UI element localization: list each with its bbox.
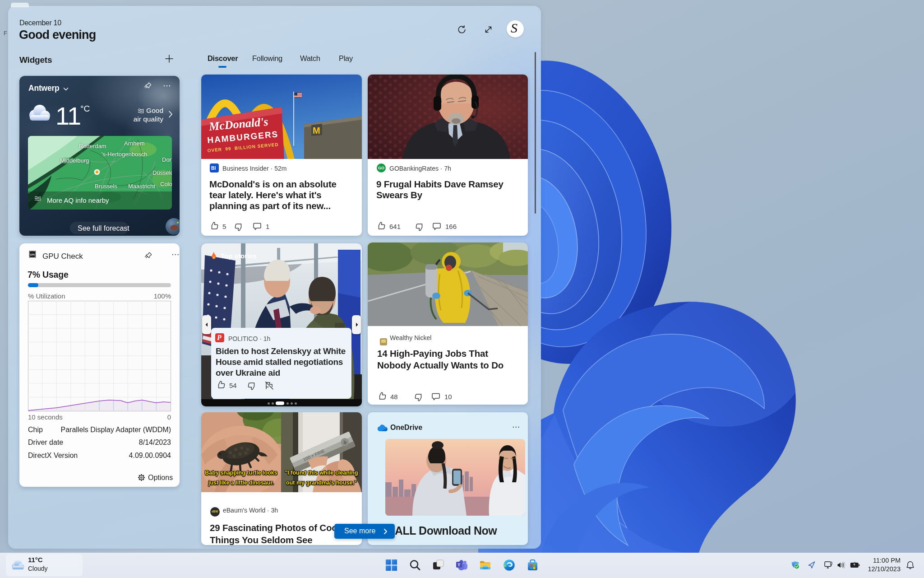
svg-text:Dort: Dort	[162, 156, 172, 163]
svg-text:Rotterdam: Rotterdam	[79, 143, 106, 149]
svg-text:Düsseldor: Düsseldor	[152, 169, 172, 176]
svg-text:Maastricht: Maastricht	[128, 183, 155, 190]
svg-text:More AQ info nearby: More AQ info nearby	[47, 196, 109, 204]
svg-text:'s-Hertogenbosch: 's-Hertogenbosch	[102, 151, 147, 158]
svg-text:T: T	[458, 562, 461, 567]
svg-text:GPU: GPU	[30, 253, 35, 256]
svg-text:M: M	[313, 126, 320, 135]
svg-text:Brussels: Brussels	[95, 183, 117, 190]
svg-text:Middelburg: Middelburg	[60, 157, 89, 164]
svg-text:Arnhem: Arnhem	[124, 140, 145, 147]
svg-text:Cologne: Cologne	[160, 181, 172, 187]
